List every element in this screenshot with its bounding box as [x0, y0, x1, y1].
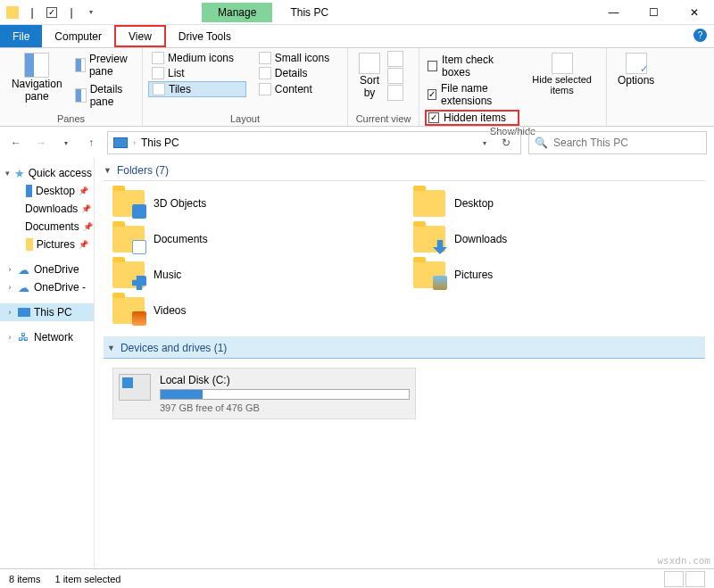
hide-icon: [552, 53, 573, 74]
folder-pictures[interactable]: Pictures: [413, 261, 696, 288]
help-icon[interactable]: ?: [693, 29, 707, 42]
options-button[interactable]: Options: [612, 51, 660, 88]
address-bar[interactable]: › This PC ▾ ↻: [107, 131, 521, 154]
item-check-boxes-checkbox[interactable]: Item check boxes: [425, 53, 519, 79]
dropdown-icon[interactable]: ▾: [84, 5, 98, 20]
tree-item-documents[interactable]: Documents📌: [0, 218, 94, 236]
group-label-panes: Panes: [5, 113, 137, 126]
layout-details[interactable]: Details: [255, 66, 342, 80]
sort-by-button[interactable]: Sort by: [353, 51, 386, 101]
pc-icon: [113, 137, 128, 148]
folder-videos[interactable]: Videos: [112, 297, 395, 324]
folder-icon: [5, 5, 20, 20]
tree-item-onedrive--[interactable]: ›☁OneDrive -: [0, 278, 94, 296]
search-placeholder: Search This PC: [553, 137, 628, 149]
window-title: This PC: [290, 6, 328, 19]
details-view-button[interactable]: [664, 571, 684, 587]
checkbox-icon[interactable]: ✓: [45, 5, 59, 20]
checkbox-icon: [428, 61, 437, 71]
file-name-extensions-checkbox[interactable]: ✓File name extensions: [425, 81, 519, 108]
refresh-button[interactable]: ↻: [497, 134, 515, 152]
divider: |: [64, 5, 79, 20]
search-input[interactable]: 🔍 Search This PC: [528, 131, 707, 154]
chevron-down-icon: ▼: [104, 166, 112, 175]
tree-item-onedrive[interactable]: ›☁OneDrive: [0, 261, 94, 278]
preview-pane-button[interactable]: Preview pane: [71, 51, 137, 79]
back-button[interactable]: ←: [7, 134, 25, 152]
layout-content[interactable]: Content: [255, 81, 342, 97]
hidden-items-checkbox[interactable]: ✓Hidden items: [425, 110, 519, 126]
preview-pane-icon: [75, 58, 85, 72]
close-button[interactable]: ✕: [674, 0, 714, 25]
large-icons-view-button[interactable]: [685, 571, 705, 587]
layout-small-icons[interactable]: Small icons: [255, 51, 342, 65]
tree-item-network[interactable]: ›🖧Network: [0, 328, 94, 346]
folder-music[interactable]: Music: [112, 261, 395, 288]
divider: |: [25, 5, 39, 20]
forward-button[interactable]: →: [32, 134, 50, 152]
maximize-button[interactable]: ☐: [634, 0, 674, 25]
checkbox-icon: ✓: [428, 112, 439, 123]
group-header-folders[interactable]: ▼ Folders (7): [104, 159, 705, 181]
recent-locations-button[interactable]: ▾: [57, 134, 75, 152]
group-label-layout: Layout: [148, 113, 342, 126]
group-label-current-view: Current view: [353, 113, 413, 126]
tab-view[interactable]: View: [114, 25, 166, 47]
status-item-count: 8 items: [9, 574, 40, 584]
status-selected-count: 1 item selected: [54, 574, 120, 584]
drive-item[interactable]: Local Disk (C:)397 GB free of 476 GB: [112, 368, 416, 419]
chevron-down-icon: ▼: [107, 344, 115, 352]
tree-item-desktop[interactable]: Desktop📌: [0, 182, 94, 200]
layout-list[interactable]: List: [148, 66, 246, 80]
minimize-button[interactable]: —: [594, 0, 634, 25]
address-dropdown-button[interactable]: ▾: [476, 134, 494, 152]
tree-item-this-pc[interactable]: ›This PC: [0, 303, 94, 321]
options-icon: [626, 53, 647, 74]
details-pane-icon: [75, 88, 86, 103]
folder-3d-objects[interactable]: 3D Objects: [112, 190, 395, 217]
folder-documents[interactable]: Documents: [112, 226, 395, 253]
add-columns-button[interactable]: [387, 68, 403, 84]
address-location: This PC: [141, 137, 179, 149]
sort-icon: [359, 53, 380, 74]
layout-medium-icons[interactable]: Medium icons: [148, 51, 246, 65]
navigation-tree: ▾★Quick accessDesktop📌Downloads📌Document…: [0, 159, 95, 568]
tree-item-quick-access[interactable]: ▾★Quick access: [0, 164, 94, 182]
folder-downloads[interactable]: Downloads: [413, 226, 696, 253]
group-by-button[interactable]: [387, 51, 403, 67]
group-header-drives[interactable]: ▼ Devices and drives (1): [104, 336, 705, 359]
tree-item-pictures[interactable]: Pictures📌: [0, 236, 94, 253]
layout-tiles[interactable]: Tiles: [148, 81, 246, 97]
size-columns-button[interactable]: [387, 85, 403, 101]
context-tab-manage[interactable]: Manage: [202, 3, 272, 22]
tree-item-downloads[interactable]: Downloads📌: [0, 200, 94, 218]
hide-selected-button[interactable]: Hide selected items: [523, 51, 601, 126]
tab-file[interactable]: File: [0, 25, 42, 47]
watermark: wsxdn.com: [657, 555, 710, 567]
navigation-pane-button[interactable]: Navigation pane: [5, 51, 68, 110]
navigation-pane-icon: [24, 53, 49, 78]
folders-title: Folders (7): [117, 164, 169, 177]
tab-computer[interactable]: Computer: [42, 25, 114, 47]
navigation-pane-label: Navigation pane: [9, 78, 64, 103]
drives-title: Devices and drives (1): [120, 342, 227, 354]
search-icon: 🔍: [535, 137, 548, 149]
tab-drive-tools[interactable]: Drive Tools: [166, 25, 244, 47]
checkbox-icon: ✓: [428, 89, 436, 100]
up-button[interactable]: ↑: [82, 134, 100, 152]
folder-desktop[interactable]: Desktop: [413, 190, 696, 217]
details-pane-button[interactable]: Details pane: [71, 81, 137, 110]
